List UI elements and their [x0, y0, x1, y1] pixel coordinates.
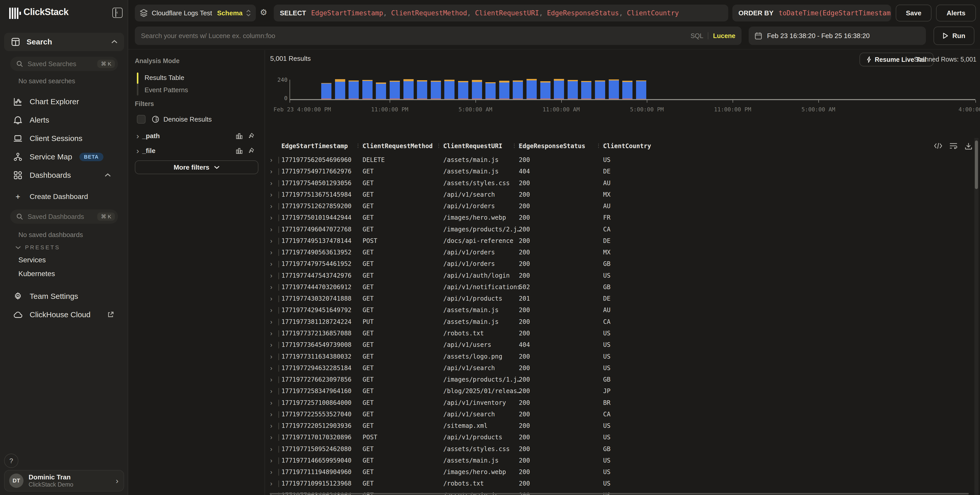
col-header-timestamp[interactable]: EdgeStartTimestamp	[282, 143, 348, 150]
denoise-checkbox[interactable]	[137, 115, 146, 124]
user-menu[interactable]: DT Dominic Tran ClickStack Demo ›	[4, 470, 124, 492]
table-row[interactable]: › 1771977294632285184 GET /api/v1/search…	[265, 363, 972, 374]
expand-row-icon[interactable]: ›	[270, 422, 272, 429]
table-row[interactable]: › 1771977512627859200 GET /api/v1/orders…	[265, 201, 972, 213]
expand-row-icon[interactable]: ›	[270, 318, 272, 325]
expand-row-icon[interactable]: ›	[270, 191, 272, 198]
presets-toggle[interactable]: PRESETS	[15, 244, 60, 251]
time-range-picker[interactable]: Feb 23 16:38:20 - Feb 25 16:38:20	[749, 27, 926, 45]
chevron-up-icon[interactable]	[111, 40, 118, 44]
expand-row-icon[interactable]: ›	[270, 434, 272, 441]
expand-row-icon[interactable]: ›	[270, 202, 272, 210]
bar-chart-icon[interactable]	[236, 132, 243, 139]
saved-dashboards-input[interactable]: Saved Dashboards ⌘ K	[10, 209, 118, 224]
more-filters-button[interactable]: More filters	[135, 161, 258, 174]
expand-row-icon[interactable]: ›	[270, 249, 272, 256]
expand-row-icon[interactable]: ›	[270, 260, 272, 267]
sidebar-item-dashboards[interactable]: Dashboards	[0, 167, 128, 183]
alerts-button[interactable]: Alerts	[936, 5, 976, 21]
table-row[interactable]: › 1771977225553527040 GET /api/v1/search…	[265, 409, 972, 421]
schema-button[interactable]: Schema	[217, 9, 243, 17]
table-row[interactable]: › 1771977220512903936 GET /sitemap.xml 2…	[265, 421, 972, 432]
table-row[interactable]: › 1771977146659959040 GET /assets/main.j…	[265, 455, 972, 467]
mode-event-patterns[interactable]: Event Patterns	[145, 84, 188, 95]
saved-searches-input[interactable]: Saved Searches ⌘ K	[10, 57, 118, 71]
expand-row-icon[interactable]: ›	[270, 180, 272, 187]
expand-row-icon[interactable]: ›	[270, 156, 272, 164]
table-row[interactable]: › 1771977496047072768 GET /images/produc…	[265, 224, 972, 236]
table-row[interactable]: › 1771977513675145984 GET /api/v1/search…	[265, 189, 972, 201]
preset-item-kubernetes[interactable]: Kubernetes	[18, 270, 55, 278]
expand-row-icon[interactable]: ›	[270, 307, 272, 314]
sidebar-item-client-sessions[interactable]: Client Sessions	[0, 131, 128, 146]
table-row[interactable]: › 1771977109915123968 GET /robots.txt 20…	[265, 478, 972, 490]
vertical-scrollbar[interactable]	[974, 138, 978, 495]
table-row[interactable]: › 1771977490563613952 GET /api/v1/orders…	[265, 247, 972, 259]
table-row[interactable]: › 1771977495137478144 POST /docs/api-ref…	[265, 236, 972, 247]
table-row[interactable]: › 1771977479754461952 GET /api/v1/orders…	[265, 259, 972, 270]
table-row[interactable]: › 1771977540501293056 GET /assets/styles…	[265, 178, 972, 189]
event-search-input[interactable]: Search your events w/ Lucene ex. column:…	[135, 27, 741, 45]
run-button[interactable]: Run	[934, 27, 974, 45]
expand-row-icon[interactable]: ›	[270, 376, 272, 383]
sidebar-item-clickhouse-cloud[interactable]: ClickHouse Cloud	[0, 307, 128, 322]
expand-row-icon[interactable]: ›	[270, 353, 272, 360]
pin-icon[interactable]	[248, 132, 255, 139]
save-button[interactable]: Save	[896, 5, 931, 21]
chevron-up-icon[interactable]	[105, 173, 111, 177]
expand-row-icon[interactable]: ›	[270, 364, 272, 372]
filter-field-path[interactable]: › _path	[128, 130, 265, 142]
source-settings-gear-icon[interactable]: ⚙	[260, 7, 267, 18]
collapse-sidebar-icon[interactable]: ‹	[112, 8, 123, 18]
table-row[interactable]: › 1771977429451649792 GET /assets/main.j…	[265, 305, 972, 317]
table-row[interactable]: › 1771977257100864000 GET /api/v1/invent…	[265, 398, 972, 409]
col-header-status[interactable]: EdgeResponseStatus	[519, 143, 585, 150]
help-button[interactable]: ?	[4, 454, 18, 468]
table-row[interactable]: › 1771977549717662976 GET /assets/main.j…	[265, 166, 972, 178]
table-row[interactable]: › 1771977170170320896 POST /api/v1/produ…	[265, 432, 972, 444]
preset-item-services[interactable]: Services	[18, 256, 46, 264]
col-header-method[interactable]: ClientRequestMethod	[363, 143, 433, 150]
expand-row-icon[interactable]: ›	[270, 237, 272, 244]
col-header-uri[interactable]: ClientRequestURI	[443, 143, 502, 150]
table-row[interactable]: › 1771977501019442944 GET /images/hero.w…	[265, 213, 972, 224]
table-row[interactable]: › 1771977364549739008 GET /api/v1/users …	[265, 340, 972, 351]
expand-row-icon[interactable]: ›	[270, 330, 272, 337]
horizontal-scrollbar[interactable]	[270, 493, 969, 495]
expand-row-icon[interactable]: ›	[270, 446, 272, 453]
pin-icon[interactable]	[248, 147, 255, 154]
expand-row-icon[interactable]: ›	[270, 168, 272, 175]
table-row[interactable]: › 1771977258347964160 GET /blog/2025/01/…	[265, 386, 972, 398]
sidebar-item-team-settings[interactable]: Team Settings	[0, 289, 128, 304]
expand-row-icon[interactable]: ›	[270, 226, 272, 233]
table-row[interactable]: › 1771977372136857088 GET /robots.txt 20…	[265, 328, 972, 340]
sidebar-item-search[interactable]: Search	[4, 33, 124, 51]
sql-toggle[interactable]: SQL	[690, 32, 703, 40]
col-header-country[interactable]: ClientCountry	[603, 143, 651, 150]
sidebar-item-service-map[interactable]: Service Map BETA	[0, 149, 128, 164]
expand-row-icon[interactable]: ›	[270, 480, 272, 487]
table-row[interactable]: › 1771977381128724224 PUT /assets/main.j…	[265, 317, 972, 328]
filter-field-file[interactable]: › _file	[128, 145, 265, 156]
expand-row-icon[interactable]: ›	[270, 399, 272, 406]
orderby-clause[interactable]: ORDER BY toDateTime(EdgeStartTimestamp /	[732, 5, 891, 21]
expand-row-icon[interactable]: ›	[270, 214, 272, 221]
bar-chart-icon[interactable]	[236, 147, 243, 154]
table-row[interactable]: › 1771977111948904960 GET /images/hero.w…	[265, 467, 972, 478]
table-row[interactable]: › 1771977444703206912 GET /api/v1/notifi…	[265, 282, 972, 293]
expand-row-icon[interactable]: ›	[270, 341, 272, 349]
create-dashboard-button[interactable]: + Create Dashboard	[0, 189, 128, 204]
expand-row-icon[interactable]: ›	[270, 283, 272, 291]
table-row[interactable]: › 1771977276623097856 GET /images/produc…	[265, 374, 972, 386]
sidebar-item-chart-explorer[interactable]: Chart Explorer	[0, 94, 128, 109]
source-selector[interactable]: Cloudflare Logs Test Schema	[135, 5, 256, 21]
expand-row-icon[interactable]: ›	[270, 411, 272, 418]
table-row[interactable]: › 1771977430320741888 GET /api/v1/produc…	[265, 293, 972, 305]
mode-results-table[interactable]: Results Table	[145, 72, 185, 83]
table-row[interactable]: › 1771977311634380032 GET /assets/logo.p…	[265, 352, 972, 363]
expand-row-icon[interactable]: ›	[270, 457, 272, 464]
expand-row-icon[interactable]: ›	[270, 272, 272, 279]
expand-row-icon[interactable]: ›	[270, 387, 272, 395]
lucene-toggle[interactable]: Lucene	[713, 32, 735, 40]
sidebar-item-alerts[interactable]: Alerts	[0, 112, 128, 128]
